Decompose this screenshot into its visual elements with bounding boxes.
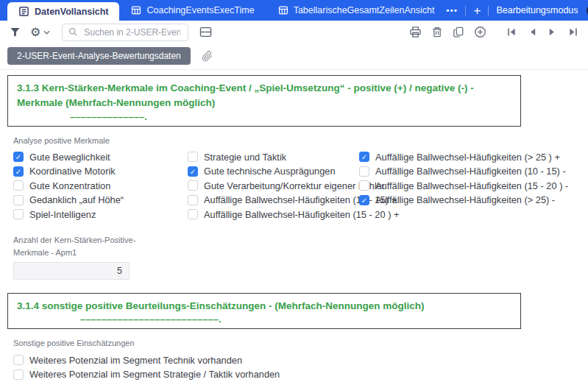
positive-merkmale-checkbox-grid: ✓Gute Beweglichkeit✓Koordinative Motorik… (13, 150, 581, 222)
tab-datenvollansicht[interactable]: DatenVollansicht (7, 2, 119, 21)
checkbox-checked[interactable]: ✓ (359, 152, 369, 162)
checkbox-label: Strategie und Taktik (204, 152, 286, 163)
search-icon (68, 27, 78, 37)
checkbox-label: Gute Beweglichkeit (29, 152, 110, 163)
checkbox-unchecked[interactable] (13, 355, 24, 365)
checkbox-label: Auffällige Ballwechsel-Häufigkeiten (> 2… (375, 152, 560, 163)
paperclip-icon[interactable] (202, 51, 213, 62)
checkbox-label: Spiel-Intelligenz (29, 209, 96, 220)
checkbox-item[interactable]: ✓Gute Beweglichkeit (13, 150, 188, 165)
delete-row-icon[interactable] (431, 26, 443, 38)
checkbox-checked[interactable]: ✓ (359, 195, 369, 205)
toolbar: ⚙ (0, 21, 588, 43)
checkbox-checked[interactable]: ✓ (188, 166, 198, 177)
settings-button[interactable]: ⚙ (30, 26, 50, 38)
first-row-icon[interactable] (507, 27, 517, 37)
form-view-icon (18, 6, 29, 17)
gear-icon: ⚙ (30, 26, 40, 38)
row-navigation (507, 27, 578, 37)
checkbox-label: Gute Verarbeitung/Korrektur eigener Fehl… (204, 180, 385, 191)
checkbox-item[interactable]: Weiteres Potenzial im Segment Strategie … (13, 367, 581, 382)
field-label-sonstige-einschaetzungen: Sonstige positive Einschätzungen (13, 339, 581, 347)
checkbox-unchecked[interactable] (188, 180, 198, 191)
separator (488, 6, 489, 15)
checkbox-label: Weiteres Potenzial im Segment Strategie … (29, 369, 280, 380)
checkbox-item[interactable]: Auffällige Ballwechsel-Häufigkeiten (15 … (188, 208, 359, 222)
section-3-1-3: 3.1.3 Kern-Stärken-Merkmale im Coaching-… (7, 75, 521, 127)
checkbox-item[interactable]: ✓Auffällige Ballwechsel-Häufigkeiten (> … (359, 150, 581, 165)
previous-row-icon[interactable] (528, 27, 536, 37)
chevron-down-icon (43, 30, 50, 35)
checkbox-label: Weiteres Potenzial im Segment Technik vo… (29, 355, 242, 366)
checkbox-label: Auffällige Ballwechsel-Häufigkeiten (15 … (375, 180, 568, 191)
tab-coachingeventsexectime[interactable]: CoachingEventsExecTime (119, 0, 266, 21)
checkbox-item[interactable]: Auffällige Ballwechsel-Häufigkeiten (10 … (359, 164, 581, 179)
checkbox-column-2: Strategie und Taktik✓Gute technische Aus… (188, 150, 359, 222)
checkbox-item[interactable]: ✓Gute technische Ausprägungen (188, 164, 359, 179)
search-input[interactable] (82, 26, 182, 38)
print-icon[interactable] (409, 26, 422, 38)
checkbox-item[interactable]: Gute Verarbeitung/Korrektur eigener Fehl… (188, 179, 359, 194)
table-name-badge: 2-USER-Event-Analyse-Bewertungsdaten (7, 47, 191, 65)
checkbox-unchecked[interactable] (359, 166, 369, 177)
checkbox-label: Auffällige Ballwechsel-Häufigkeiten (> 2… (375, 194, 555, 205)
checkbox-unchecked[interactable] (188, 152, 198, 162)
table-icon (131, 5, 141, 15)
checkbox-unchecked[interactable] (13, 209, 24, 219)
tab-label: DatenVollansicht (35, 7, 108, 17)
checkbox-column-1: ✓Gute Beweglichkeit✓Koordinative Motorik… (13, 150, 188, 222)
heading-dashes: ––––––––––––––––––––––––––. (80, 314, 511, 324)
checkbox-item[interactable]: Auffällige Ballwechsel-Häufigkeiten (10 … (188, 193, 359, 208)
view-tab-bar: DatenVollansicht CoachingEventsExecTime … (0, 0, 588, 21)
section-heading: 3.1.3 Kern-Stärken-Merkmale im Coaching-… (17, 81, 511, 111)
edit-mode-label: Bearbeitungsmodus (496, 5, 578, 15)
checkbox-label: Gedanklich „auf Höhe“ (29, 194, 124, 205)
checkbox-unchecked[interactable] (188, 209, 198, 219)
duplicate-row-icon[interactable] (453, 26, 464, 38)
checkbox-item[interactable]: ✓Auffällige Ballwechsel-Häufigkeiten (> … (359, 193, 581, 208)
add-view-button[interactable]: + (473, 4, 481, 17)
last-row-icon[interactable] (568, 27, 578, 37)
record-header: 2-USER-Event-Analyse-Bewertungsdaten (0, 43, 588, 69)
filter-icon[interactable] (10, 26, 21, 38)
checkbox-item[interactable]: Weiteres Potenzial im Segment Technik vo… (13, 353, 581, 367)
checkbox-label: Auffällige Ballwechsel-Häufigkeiten (10 … (375, 166, 566, 177)
checkbox-unchecked[interactable] (13, 180, 24, 191)
checkbox-unchecked[interactable] (359, 180, 369, 191)
sonstige-einschaetzungen-checkbox-list: Weiteres Potenzial im Segment Technik vo… (13, 353, 581, 382)
more-views-button[interactable]: ••• (446, 6, 458, 15)
table-icon (278, 5, 288, 15)
checkbox-item[interactable]: Gute Konzentration (13, 179, 188, 194)
next-row-icon[interactable] (548, 27, 556, 37)
search-box[interactable] (62, 24, 188, 41)
checkbox-item[interactable]: Auffällige Ballwechsel-Häufigkeiten (15 … (359, 179, 581, 194)
heading-dashes: ––––––––––––––. (70, 112, 511, 121)
field-label-analyse-positive-merkmale: Analyse positive Merkmale (13, 136, 581, 145)
add-row-icon[interactable] (474, 26, 486, 38)
checkbox-item[interactable]: Gedanklich „auf Höhe“ (13, 193, 188, 208)
apm1-count-field[interactable]: 5 (13, 262, 130, 280)
checkbox-item[interactable]: Spiel-Intelligenz (13, 208, 188, 222)
checkbox-item[interactable]: ✓Koordinative Motorik (13, 164, 188, 179)
tab-label: TabellarischeGesamtZeilenAnsicht (294, 5, 435, 15)
checkbox-unchecked[interactable] (188, 195, 198, 205)
section-3-1-4: 3.1.4 sonstige positive Beurteilungs-Ein… (7, 293, 521, 329)
checkbox-checked[interactable]: ✓ (13, 152, 24, 162)
tab-tabellarischegesamtzeilenansicht[interactable]: TabellarischeGesamtZeilenAnsicht (266, 0, 447, 21)
row-height-icon[interactable] (199, 26, 212, 38)
checkbox-unchecked[interactable] (13, 195, 24, 205)
checkbox-label: Gute technische Ausprägungen (204, 166, 336, 177)
field-label-apm1-count: Anzahl der Kern-Stärken-Positive-Merkmal… (13, 234, 157, 259)
checkbox-label: Koordinative Motorik (29, 166, 116, 177)
checkbox-label: Gute Konzentration (29, 180, 110, 191)
separator (465, 6, 466, 15)
record-form: 3.1.3 Kern-Stärken-Merkmale im Coaching-… (0, 70, 588, 382)
checkbox-checked[interactable]: ✓ (13, 166, 24, 177)
section-heading: 3.1.4 sonstige positive Beurteilungs-Ein… (17, 299, 511, 314)
checkbox-unchecked[interactable] (13, 369, 24, 380)
tab-label: CoachingEventsExecTime (146, 5, 254, 15)
checkbox-column-3: ✓Auffällige Ballwechsel-Häufigkeiten (> … (359, 150, 581, 222)
checkbox-item[interactable]: Strategie und Taktik (188, 150, 359, 165)
